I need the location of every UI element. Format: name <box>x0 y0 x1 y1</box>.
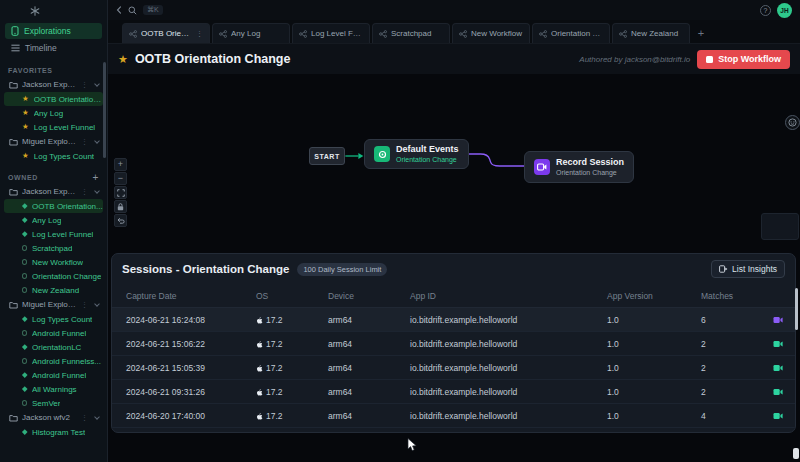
canvas-minimap[interactable] <box>761 213 799 240</box>
sidebar-exploration-item[interactable]: Android Funnel <box>4 326 103 340</box>
bullet-icon <box>22 359 27 364</box>
sidebar-folder[interactable]: Jackson Explor... <box>0 184 107 199</box>
workflow-canvas[interactable]: START Default Events Orientation Change … <box>108 74 800 462</box>
chevron-down-icon[interactable] <box>94 188 100 194</box>
record-session-node[interactable]: Record Session Orientation Change <box>524 151 634 183</box>
favorite-item-label: OOTB Orientation ... <box>34 95 103 104</box>
sidebar-exploration-item[interactable]: Any Log <box>4 213 103 227</box>
session-video-button[interactable] <box>773 364 795 372</box>
undo-button[interactable] <box>114 214 127 227</box>
session-video-button[interactable] <box>773 316 795 324</box>
workflow-tab[interactable]: OOTB Orientation... <box>122 23 210 43</box>
sidebar-folder[interactable]: Miguel Explorati... <box>0 134 107 149</box>
chevron-down-icon[interactable] <box>94 414 100 420</box>
sidebar-exploration-item[interactable]: Histogram Test <box>4 425 103 439</box>
help-button[interactable]: ? <box>760 5 771 16</box>
table-row[interactable]: 2024-06-21 09:31:26 17.2 arm64 io.bitdri… <box>112 380 795 404</box>
node-title: Record Session <box>556 157 624 168</box>
start-node[interactable]: START <box>309 147 345 165</box>
sidebar-exploration-item[interactable]: All Warnings <box>4 382 103 396</box>
sidebar-item-explorations[interactable]: Explorations <box>5 23 102 39</box>
scrollbar-corner[interactable] <box>793 448 799 459</box>
session-video-button[interactable] <box>773 340 795 348</box>
sidebar-exploration-item[interactable]: Android Funnelss... <box>4 354 103 368</box>
sidebar-folder[interactable]: Miguel Explorati... <box>0 297 107 312</box>
workflow-tab[interactable]: Log Level Funnel <box>292 23 370 43</box>
avatar[interactable]: JH <box>777 3 792 18</box>
sidebar-folder[interactable]: Jackson wfv2 <box>0 410 107 425</box>
sidebar-exploration-item[interactable]: Log Types Count <box>4 312 103 326</box>
column-app-version[interactable]: App Version <box>607 291 701 301</box>
sidebar-exploration-item[interactable]: Android Funnel <box>4 368 103 382</box>
chevron-down-icon[interactable] <box>94 301 100 307</box>
table-row[interactable]: 2024-06-21 15:06:22 17.2 arm64 io.bitdri… <box>112 332 795 356</box>
table-row[interactable]: 2024-06-21 15:05:39 17.2 arm64 io.bitdri… <box>112 356 795 380</box>
chevron-down-icon[interactable] <box>94 138 100 144</box>
kebab-menu-icon[interactable] <box>81 300 88 309</box>
kebab-menu-icon[interactable] <box>81 413 88 422</box>
sidebar-scrollbar[interactable] <box>103 62 106 158</box>
kebab-menu-icon[interactable] <box>81 137 88 146</box>
workflow-tab[interactable]: Orientation Change <box>532 23 610 43</box>
capture-date-cell: 2024-06-21 09:31:26 <box>126 387 256 397</box>
folder-label: Miguel Explorati... <box>22 137 77 146</box>
workflow-tab[interactable]: Any Log <box>212 23 290 43</box>
sidebar-section-header: FAVORITES <box>0 64 107 77</box>
new-tab-button[interactable] <box>692 23 710 43</box>
fit-view-button[interactable] <box>114 186 127 199</box>
sidebar-favorite-item[interactable]: OOTB Orientation ... <box>4 92 103 106</box>
sidebar-favorite-item[interactable]: Any Log <box>4 106 103 120</box>
column-matches[interactable]: Matches <box>701 291 761 301</box>
bitdrift-logo-icon[interactable] <box>30 6 40 16</box>
sidebar-favorite-item[interactable]: Log Types Count <box>4 149 103 163</box>
search-icon[interactable] <box>128 6 137 15</box>
add-folder-button[interactable] <box>93 172 99 183</box>
exploration-item-label: Android Funnel <box>32 329 86 338</box>
os-cell: 17.2 <box>256 411 328 421</box>
bullet-icon <box>22 246 27 251</box>
sidebar-exploration-item[interactable]: Scratchpad <box>4 241 103 255</box>
sidebar-favorite-item[interactable]: Log Level Funnel <box>4 120 103 134</box>
column-device[interactable]: Device <box>328 291 410 301</box>
column-app-id[interactable]: App ID <box>410 291 607 301</box>
sidebar-exploration-item[interactable]: Orientation Change <box>4 269 103 283</box>
kebab-menu-icon[interactable] <box>81 80 88 89</box>
list-insights-button[interactable]: List Insights <box>711 260 785 278</box>
default-events-node[interactable]: Default Events Orientation Change <box>364 139 469 169</box>
sidebar-exploration-item[interactable]: New Zealand <box>4 283 103 297</box>
column-os[interactable]: OS <box>256 291 328 301</box>
sidebar-exploration-item[interactable]: Log Level Funnel <box>4 227 103 241</box>
session-video-button[interactable] <box>773 412 795 420</box>
back-chevron-icon[interactable] <box>116 6 122 14</box>
tab-menu-icon[interactable] <box>196 29 203 38</box>
bullet-icon <box>22 288 27 293</box>
os-version: 17.2 <box>266 363 283 373</box>
sidebar-folder[interactable]: Jackson Explor... <box>0 77 107 92</box>
table-row[interactable]: 2024-06-20 17:40:00 17.2 arm64 io.bitdri… <box>112 404 795 428</box>
workflow-tab[interactable]: Scratchpad <box>372 23 450 43</box>
star-icon <box>22 109 29 117</box>
sidebar-exploration-item[interactable]: OOTB Orientation... <box>4 199 103 213</box>
matches-cell: 2 <box>701 387 761 397</box>
workflow-tab[interactable]: New Workflow <box>452 23 530 43</box>
zoom-out-button[interactable]: − <box>114 172 127 185</box>
chevron-down-icon[interactable] <box>94 81 100 87</box>
stop-workflow-button[interactable]: Stop Workflow <box>697 50 790 69</box>
lock-button[interactable] <box>114 200 127 213</box>
column-capture-date[interactable]: Capture Date <box>126 291 256 301</box>
kebab-menu-icon[interactable] <box>81 187 88 196</box>
sidebar-exploration-item[interactable]: New Workflow <box>4 255 103 269</box>
zoom-in-button[interactable]: + <box>114 158 127 171</box>
sidebar-item-timeline[interactable]: Timeline <box>5 40 102 56</box>
workflow-tab[interactable]: New Zealand <box>612 23 690 43</box>
matches-cell: 6 <box>701 315 761 325</box>
sidebar-exploration-item[interactable]: SemVer <box>4 396 103 410</box>
tab-label: Scratchpad <box>391 29 443 38</box>
feedback-chat-button[interactable] <box>785 115 800 130</box>
table-row[interactable]: 2024-06-21 16:24:08 17.2 arm64 io.bitdri… <box>112 308 795 332</box>
session-video-button[interactable] <box>773 388 795 396</box>
favorite-star-icon[interactable] <box>118 54 128 65</box>
search-shortcut-badge[interactable]: ⌘K <box>143 5 163 15</box>
sidebar-exploration-item[interactable]: OrientationLC <box>4 340 103 354</box>
page-scrollbar-thumb[interactable] <box>795 288 798 330</box>
